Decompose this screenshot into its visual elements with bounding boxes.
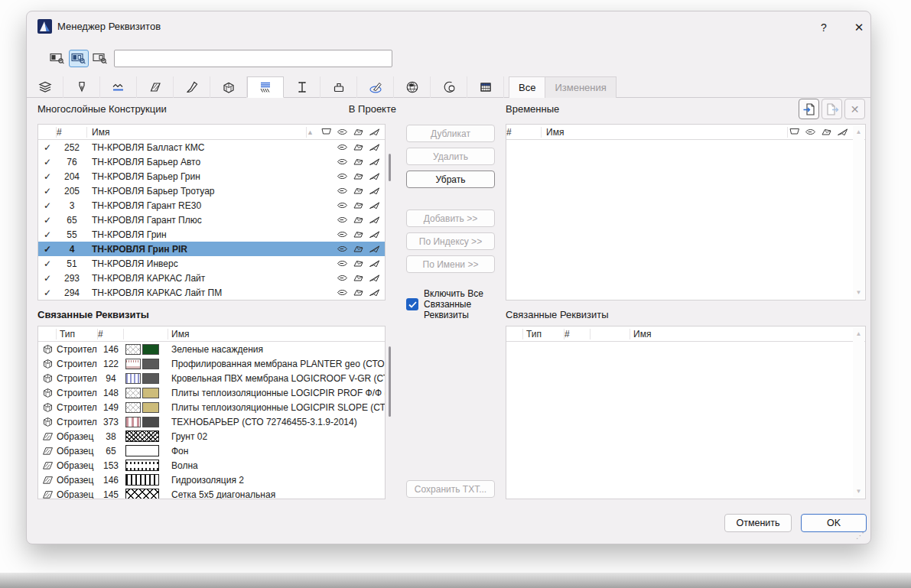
color-swatch [142, 359, 159, 369]
help-button[interactable]: ? [813, 18, 835, 37]
check-icon: ✓ [38, 258, 57, 269]
linked-attribute-row[interactable]: Образец153Волна [38, 458, 385, 473]
visibility-icon [336, 259, 348, 268]
tab-zone-categories[interactable] [320, 76, 357, 98]
fold-icon [352, 158, 364, 166]
tab-markup-styles[interactable] [357, 76, 394, 98]
tab-surfaces[interactable] [174, 76, 210, 98]
window-title: Менеджер Реквизитов [57, 21, 161, 32]
visibility-icon [336, 143, 348, 151]
table-header: Тип # Имя [506, 326, 865, 342]
delete-button[interactable]: Удалить [406, 148, 495, 165]
attribute-row[interactable]: ✓4ТН-КРОВЛЯ Грин PIR [38, 242, 385, 256]
by-index-button[interactable]: По Индексу >> [406, 232, 495, 250]
building-material-icon [38, 372, 57, 384]
sort-ascending-icon[interactable]: ▲ [307, 128, 314, 136]
resize-grip[interactable]: ⋰ [856, 531, 864, 541]
fold-icon [352, 259, 364, 268]
fold-icon [352, 274, 364, 282]
fill-pattern-icon [38, 460, 57, 470]
linked-attribute-row[interactable]: Строител94Кровельная ПВХ мембрана LOGICR… [38, 371, 385, 385]
linked-table-scrollbar[interactable] [389, 346, 391, 417]
include-linked-checkbox[interactable] [406, 298, 418, 310]
tab-all[interactable]: Все [509, 76, 545, 98]
import-attributes-button[interactable] [799, 99, 819, 119]
linked-attribute-row[interactable]: Образец145Сетка 5х5 диагональная [38, 487, 385, 499]
paper-plane-icon [368, 288, 380, 297]
remove-button[interactable]: Убрать [406, 171, 495, 188]
linked-attribute-row[interactable]: Строител146Зеленые насаждения [38, 342, 385, 356]
paper-plane-icon [368, 187, 380, 195]
attribute-row[interactable]: ✓205ТН-КРОВЛЯ Барьер Тротуар [38, 184, 385, 198]
scroll-down-icon[interactable]: ▼ [856, 488, 862, 495]
attribute-row[interactable]: ✓55ТН-КРОВЛЯ Грин [38, 227, 385, 242]
column-num: # [564, 329, 591, 339]
linked-attribute-row[interactable]: Строител149Плиты теплоизоляционные LOGIC… [38, 400, 385, 414]
tab-profiles[interactable] [284, 76, 320, 98]
attribute-row[interactable]: ✓252ТН-КРОВЛЯ Балласт КМС [38, 140, 385, 154]
search-right-panel-button[interactable] [90, 50, 110, 67]
tab-operation-profiles[interactable] [431, 76, 467, 98]
scroll-up-icon[interactable]: ▲ [856, 330, 862, 337]
ok-button[interactable]: OK [801, 514, 867, 532]
column-name: Имя [168, 329, 385, 339]
building-material-icon [38, 387, 57, 398]
tab-layers[interactable] [27, 76, 63, 98]
tab-pens[interactable] [63, 76, 100, 98]
save-txt-button[interactable]: Сохранить TXT... [406, 480, 495, 498]
paper-plane-icon [368, 245, 380, 253]
cancel-button[interactable]: Отменить [724, 514, 792, 532]
pattern-swatch [125, 445, 159, 456]
tab-cities[interactable] [394, 76, 431, 98]
visibility-icon [336, 230, 348, 239]
scrollbar[interactable]: ▲▼ [853, 125, 864, 299]
attribute-row[interactable]: ✓65ТН-КРОВЛЯ Гарант Плюс [38, 213, 385, 227]
pattern-swatch [125, 474, 159, 486]
tab-building-materials[interactable] [210, 76, 247, 98]
scroll-down-icon[interactable]: ▼ [856, 289, 862, 296]
attribute-row[interactable]: ✓294ТН-КРОВЛЯ КАРКАС Лайт ПМ [38, 285, 385, 300]
tab-mep-systems[interactable] [467, 76, 504, 98]
close-button[interactable]: ✕ [848, 18, 870, 37]
left-table-scrollbar[interactable] [389, 154, 391, 181]
tab-composites[interactable] [247, 76, 284, 98]
delete-temporary-button[interactable]: ✕ [844, 99, 865, 119]
attribute-row[interactable]: ✓76ТН-КРОВЛЯ Барьер Авто [38, 154, 385, 169]
building-material-icon [38, 416, 57, 427]
title-bar[interactable]: Менеджер Реквизитов ? ✕ [27, 11, 870, 42]
temporary-panel-title: Временные [506, 103, 559, 115]
scroll-up-icon[interactable]: ▲ [856, 128, 862, 135]
tab-changes[interactable]: Изменения [545, 76, 616, 98]
search-both-panels-button[interactable] [69, 50, 89, 67]
color-swatch [142, 388, 159, 398]
tab-fill-types[interactable] [137, 76, 174, 98]
composites-icon [258, 80, 273, 95]
linked-attribute-row[interactable]: Образец146Гидроизоляция 2 [38, 473, 385, 487]
table-header: # Имя [506, 125, 865, 140]
mep-systems-icon [478, 80, 493, 95]
search-left-panel-button[interactable] [47, 50, 67, 67]
attribute-row[interactable]: ✓3ТН-КРОВЛЯ Гарант RE30 [38, 198, 385, 213]
building-material-icon [38, 358, 57, 369]
linked-attribute-row[interactable]: Строител148Плиты теплоизоляционные LOGIC… [38, 385, 385, 400]
visibility-icon [336, 187, 348, 195]
duplicate-button[interactable]: Дубликат [406, 125, 495, 142]
linked-attribute-row[interactable]: Образец38Грунт 02 [38, 429, 385, 443]
visibility-icon [336, 288, 348, 297]
attribute-row[interactable]: ✓293ТН-КРОВЛЯ КАРКАС Лайт [38, 271, 385, 285]
by-name-button[interactable]: По Имени >> [406, 255, 495, 273]
linked-attribute-row[interactable]: Строител373ТЕХНОБАРЬЕР (СТО 72746455-3.1… [38, 414, 385, 429]
linked-attribute-row[interactable]: Строител122Профилированная мембрана PLAN… [38, 356, 385, 371]
linked-attribute-row[interactable]: Образец65Фон [38, 443, 385, 458]
desktop-strip [0, 573, 911, 588]
search-input[interactable] [114, 50, 392, 67]
export-attributes-button[interactable] [822, 99, 842, 119]
append-button[interactable]: Добавить >> [406, 210, 495, 227]
attribute-row[interactable]: ✓51ТН-КРОВЛЯ Инверс [38, 256, 385, 271]
surfaces-icon [184, 80, 200, 95]
pattern-swatch [125, 417, 141, 427]
tab-line-types[interactable] [100, 76, 137, 98]
attribute-row[interactable]: ✓204ТН-КРОВЛЯ Барьер Грин [38, 169, 385, 184]
scrollbar[interactable]: ▲▼ [853, 327, 864, 498]
fold-icon [352, 245, 364, 253]
